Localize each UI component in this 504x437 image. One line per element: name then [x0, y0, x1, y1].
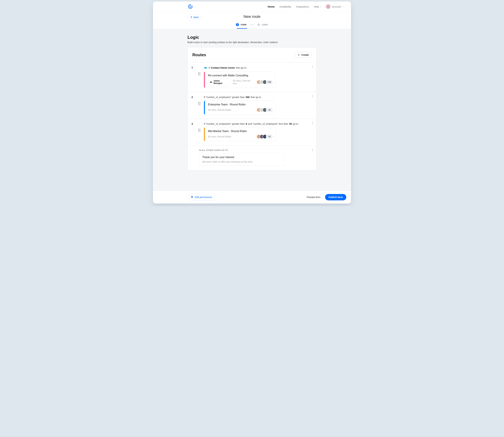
app-logo[interactable]	[188, 4, 193, 9]
svg-point-34	[312, 151, 313, 151]
svg-point-3	[200, 72, 200, 73]
step-logic-badge: 2	[257, 23, 260, 26]
svg-point-10	[206, 68, 207, 69]
preview-form-button[interactable]: Preview form	[306, 196, 321, 199]
active-tab-underline	[158, 28, 346, 29]
avatar-overflow: +2	[266, 134, 273, 139]
edit-permissions-label: Edit permissions	[195, 196, 212, 199]
avatar-overflow: +6	[266, 108, 273, 112]
svg-point-27	[198, 131, 199, 132]
footer: Edit permissions Preview form Publish fo…	[153, 191, 351, 203]
more-vertical-icon[interactable]	[311, 95, 314, 98]
event-meta: 30 mins, One-on-one	[233, 79, 254, 85]
stepper: 1 FORM 2 LOGIC	[158, 23, 346, 26]
event-card[interactable]: Enterprise Team - Round Robin 30 mins, R…	[204, 100, 276, 115]
routes-title: Routes	[192, 52, 206, 57]
salesforce-icon	[204, 66, 207, 70]
svg-point-26	[200, 130, 200, 130]
event-title: Mid-Market Team - Round Robin	[208, 130, 273, 133]
route-number: 3	[190, 122, 195, 125]
event-title: Enterprise Team - Round Robin	[208, 103, 273, 106]
svg-point-7	[200, 75, 200, 75]
event-avatars: +2	[257, 134, 273, 139]
routes-card: Routes ＋ Create 1	[187, 47, 317, 170]
route-row: 1 If Contact Owner exists then go to	[188, 62, 316, 92]
main: Logic Build routes to start sending invi…	[153, 29, 351, 191]
route-rule-text: If "number_of_employees" greater than 50…	[204, 96, 313, 99]
svg-point-25	[198, 130, 199, 130]
svg-point-22	[312, 97, 313, 98]
plus-icon: ＋	[297, 54, 300, 56]
avatar-overflow: +10	[266, 80, 273, 84]
event-avatars: +10	[257, 80, 273, 84]
edit-permissions-button[interactable]: Edit permissions	[188, 194, 215, 200]
svg-point-32	[312, 149, 313, 149]
nav-account[interactable]: Account ▾	[326, 4, 344, 9]
create-route-button[interactable]: ＋ Create	[295, 52, 312, 58]
svg-point-20	[312, 95, 313, 96]
svg-point-23	[198, 129, 199, 129]
step-form[interactable]: 1 FORM	[236, 23, 246, 26]
section-title: Logic	[187, 35, 317, 40]
event-card[interactable]: Re-connect with Matte Consulting Admin M…	[204, 71, 276, 88]
create-label: Create	[301, 54, 309, 56]
svg-point-24	[200, 129, 200, 129]
svg-point-33	[312, 150, 313, 150]
svg-point-30	[312, 123, 313, 123]
svg-point-12	[312, 66, 313, 67]
svg-point-31	[312, 124, 313, 124]
drag-handle-icon[interactable]	[197, 102, 201, 105]
svg-point-4	[198, 73, 199, 74]
svg-rect-35	[191, 197, 193, 198]
event-title: Re-connect with Matte Consulting	[208, 74, 273, 77]
more-vertical-icon[interactable]	[311, 65, 314, 68]
nav-home[interactable]: Home	[268, 5, 275, 8]
avatar	[326, 4, 331, 9]
more-vertical-icon[interactable]	[311, 121, 314, 125]
svg-point-2	[198, 72, 199, 73]
svg-point-28	[200, 131, 200, 132]
svg-point-19	[200, 104, 200, 105]
svg-point-1	[189, 6, 191, 8]
drag-handle-icon[interactable]	[197, 129, 201, 132]
section-subtitle: Build routes to start sending invitees t…	[187, 41, 317, 44]
svg-point-21	[312, 96, 313, 97]
route-rule-text: If "number_of_employees" greater than 9 …	[204, 122, 313, 125]
nav-availability[interactable]: Availability	[279, 5, 291, 8]
svg-point-6	[198, 75, 199, 75]
event-meta: 30 mins, Round Robin	[208, 109, 231, 111]
event-card[interactable]: Thank you for your interest We aren't ab…	[199, 153, 284, 166]
topbar: Home Availability Integrations Help▾ Acc…	[153, 1, 351, 11]
crown-icon	[210, 81, 212, 83]
lock-icon	[191, 196, 193, 199]
page-title: New route	[153, 14, 351, 19]
event-avatars: +6	[257, 108, 273, 112]
svg-point-0	[188, 5, 192, 9]
drag-handle-icon[interactable]	[197, 72, 201, 76]
nav-help[interactable]: Help▾	[314, 5, 321, 8]
admin-managed-badge: Admin Managed	[208, 79, 230, 85]
route-rule-text: If Contact Owner exists then go to	[204, 66, 313, 70]
step-logic[interactable]: 2 LOGIC	[257, 23, 268, 26]
svg-point-16	[198, 103, 199, 104]
subheader: Back New route 1 FORM 2 LOGIC	[153, 11, 351, 29]
event-description: We aren't able to offer any meetings as …	[202, 160, 281, 163]
svg-point-14	[198, 102, 199, 103]
event-card[interactable]: Mid-Market Team - Round Robin 30 mins, R…	[204, 127, 276, 141]
publish-form-button[interactable]: Publish form	[325, 194, 346, 200]
more-vertical-icon[interactable]	[311, 149, 314, 151]
route-number: 1	[190, 66, 195, 69]
step-form-badge: 1	[236, 23, 239, 26]
svg-point-15	[200, 102, 200, 103]
event-meta: 30 mins, Round Robin	[208, 135, 231, 138]
svg-point-17	[200, 103, 200, 104]
fallback-route: IN ALL OTHER CASES GO TO Thank you for y…	[188, 145, 316, 170]
route-number: 2	[190, 96, 195, 99]
route-row: 2 If "number_of_employees" greater than …	[188, 92, 316, 119]
primary-nav: Home Availability Integrations Help▾ Acc…	[268, 4, 344, 9]
route-row: 3 If "number_of_employees" greater than …	[188, 119, 316, 145]
svg-point-11	[312, 65, 313, 66]
nav-integrations[interactable]: Integrations	[296, 5, 309, 8]
svg-point-13	[312, 67, 313, 68]
svg-point-18	[198, 104, 199, 105]
